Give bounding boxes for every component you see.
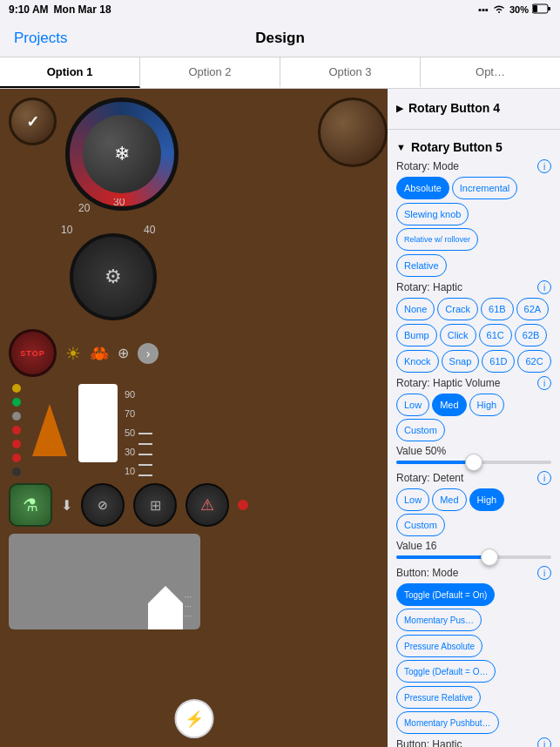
crosshair-icon: ⊕ bbox=[118, 345, 129, 361]
haptic-row1: None Crack 61B 62A bbox=[396, 298, 551, 320]
rotary-5-title: Rotary Button 5 bbox=[411, 140, 551, 154]
checkmark-icon: ✓ bbox=[26, 112, 39, 131]
orange-triangle bbox=[32, 404, 67, 456]
tab-option3[interactable]: Option 3 bbox=[280, 57, 421, 88]
haptic-vol-low-btn[interactable]: Low bbox=[396, 394, 429, 416]
button-mode-info-icon[interactable]: i bbox=[537, 566, 551, 580]
rotary-mode-group: Rotary: Mode i Absolute Incremental Slew… bbox=[396, 159, 551, 277]
rotary-detent-label: Rotary: Detent bbox=[396, 472, 463, 484]
house-shape bbox=[148, 586, 183, 629]
detent-value-display: Value 16 bbox=[396, 540, 551, 552]
haptic-bump-btn[interactable]: Bump bbox=[396, 324, 437, 347]
tab-optionN[interactable]: Opt… bbox=[421, 57, 560, 88]
dot-green bbox=[12, 398, 21, 407]
haptic-row2: Bump Click 61C 62B bbox=[396, 324, 551, 347]
haptic-vol-options: Low Med High Custom bbox=[396, 394, 551, 441]
rotary-large-inner: ❄ bbox=[83, 115, 161, 193]
status-bar: 9:10 AM Mon Mar 18 ▪▪▪ 30% bbox=[0, 0, 560, 19]
snowflake-icon: ❄ bbox=[114, 143, 130, 165]
dot-red-1 bbox=[12, 426, 21, 434]
btn-mode-row3: Pressure Relative Momentary Pushbut… bbox=[396, 686, 551, 734]
haptic-61c-btn[interactable]: 61C bbox=[479, 324, 512, 347]
mode-absolute-btn[interactable]: Absolute bbox=[396, 177, 449, 199]
rotary-mode-options: Absolute Incremental bbox=[396, 177, 551, 199]
tab-option2[interactable]: Option 2 bbox=[140, 57, 280, 88]
haptic-knock-btn[interactable]: Knock bbox=[396, 350, 439, 373]
haptic-vol-slider[interactable] bbox=[396, 461, 551, 464]
button-haptic-label: Button: Haptic bbox=[396, 738, 462, 747]
btn-mode-toggle-off-btn[interactable]: Toggle (Default = O… bbox=[396, 660, 496, 683]
dot-dark bbox=[12, 468, 21, 476]
rotary-haptic-vol-info-icon[interactable]: i bbox=[537, 376, 551, 390]
haptic-snap-btn[interactable]: Snap bbox=[442, 350, 480, 373]
btn-mode-toggle-on-btn[interactable]: Toggle (Default = On) bbox=[396, 583, 495, 606]
rotary-button-5-header[interactable]: ▼ Rotary Button 5 bbox=[396, 140, 551, 154]
dot-yellow bbox=[12, 384, 21, 393]
button-mode-group: Button: Mode i Toggle (Default = On) Mom… bbox=[396, 566, 551, 734]
page-title: Design bbox=[255, 30, 305, 47]
green-icon-box[interactable]: ⚗ bbox=[9, 483, 52, 527]
bluetooth-button[interactable]: ⚡ bbox=[174, 699, 213, 738]
detent-slider[interactable] bbox=[396, 555, 551, 559]
warning-icon: ⚠ bbox=[200, 495, 214, 515]
haptic-vol-med-btn[interactable]: Med bbox=[432, 394, 466, 416]
rotary-4-title: Rotary Button 4 bbox=[408, 101, 551, 115]
haptic-62b-btn[interactable]: 62B bbox=[515, 324, 548, 347]
haptic-click-btn[interactable]: Click bbox=[440, 324, 476, 347]
haptic-crack-btn[interactable]: Crack bbox=[437, 298, 478, 320]
haptic-vol-custom-btn[interactable]: Custom bbox=[396, 419, 445, 441]
dot-red-2 bbox=[12, 440, 21, 448]
haptic-62a-btn[interactable]: 62A bbox=[516, 298, 550, 320]
lights-icon-box[interactable]: ⊞ bbox=[133, 483, 177, 527]
detent-low-btn[interactable]: Low bbox=[396, 488, 429, 511]
rotary-mode-info-icon[interactable]: i bbox=[537, 159, 551, 173]
tab-option1[interactable]: Option 1 bbox=[0, 57, 140, 88]
btn-mode-pressure-rel-btn[interactable]: Pressure Relative bbox=[396, 686, 481, 709]
gear-icon: ⚙ bbox=[105, 266, 122, 288]
svg-text:40: 40 bbox=[144, 224, 156, 236]
rotary-detent-group: Rotary: Detent i Low Med High Custom Val… bbox=[396, 471, 551, 559]
detent-custom-btn[interactable]: Custom bbox=[396, 514, 445, 536]
haptic-row3: Knock Snap 61D 62C bbox=[396, 350, 551, 373]
svg-rect-2 bbox=[548, 7, 550, 10]
btn-mode-momentary-btn[interactable]: Momentary Pus… bbox=[396, 609, 482, 631]
haptic-61b-btn[interactable]: 61B bbox=[481, 298, 514, 320]
button-haptic-info-icon[interactable]: i bbox=[537, 737, 551, 747]
rotary-haptic-vol-label: Rotary: Haptic Volume bbox=[396, 377, 500, 389]
haptic-61d-btn[interactable]: 61D bbox=[482, 350, 515, 373]
haptic-none-btn[interactable]: None bbox=[396, 298, 435, 320]
detent-high-btn[interactable]: High bbox=[469, 488, 505, 511]
rotary-button-4-header[interactable]: ▶ Rotary Button 4 bbox=[396, 101, 551, 115]
mode-relative-rollover-btn[interactable]: Relative w/ rollover bbox=[396, 228, 478, 251]
detent-options: Low Med High Custom bbox=[396, 488, 551, 536]
sun-icon: ☀ bbox=[65, 343, 81, 364]
mode-incremental-btn[interactable]: Incremental bbox=[452, 177, 517, 199]
rotary-knob-left[interactable]: ✓ bbox=[9, 98, 57, 145]
warning-icon-box[interactable]: ⚠ bbox=[186, 483, 229, 527]
haptic-62c-btn[interactable]: 62C bbox=[517, 350, 550, 373]
dark-circle-icon[interactable]: ⊘ bbox=[81, 483, 125, 527]
haptic-vol-high-btn[interactable]: High bbox=[469, 394, 505, 416]
stop-button[interactable]: STOP bbox=[9, 329, 57, 377]
rotary-4-toggle-icon: ▶ bbox=[396, 103, 403, 114]
stop-icon-small: ⊘ bbox=[98, 498, 108, 512]
rotary-medium[interactable]: ⚙ bbox=[70, 233, 157, 320]
rotary-detent-info-icon[interactable]: i bbox=[537, 471, 551, 485]
btn-mode-momentary-push-btn[interactable]: Momentary Pushbut… bbox=[396, 711, 499, 734]
btn-mode-pressure-abs-btn[interactable]: Pressure Absolute bbox=[396, 635, 482, 657]
gray-canvas-box: ········· bbox=[9, 534, 200, 629]
back-button[interactable]: Projects bbox=[14, 30, 67, 47]
rotary-haptic-info-icon[interactable]: i bbox=[537, 280, 551, 294]
signal-icon: ▪▪▪ bbox=[478, 4, 489, 15]
mode-slewing-btn[interactable]: Slewing knob bbox=[396, 203, 469, 225]
date: Mon Mar 18 bbox=[54, 3, 111, 16]
rotary-haptic-group: Rotary: Haptic i None Crack 61B 62A Bump… bbox=[396, 280, 551, 373]
rotary-knob-right[interactable] bbox=[318, 98, 388, 167]
detent-med-btn[interactable]: Med bbox=[432, 488, 466, 511]
battery-icon bbox=[532, 3, 551, 16]
scroll-right-button[interactable]: › bbox=[138, 343, 159, 364]
settings-panel: ▶ Rotary Button 4 ▼ Rotary Button 5 Rota… bbox=[388, 89, 560, 747]
time: 9:10 AM bbox=[9, 3, 49, 16]
mode-relative-btn[interactable]: Relative bbox=[396, 254, 447, 277]
rotary-large[interactable]: ❄ bbox=[65, 98, 179, 211]
